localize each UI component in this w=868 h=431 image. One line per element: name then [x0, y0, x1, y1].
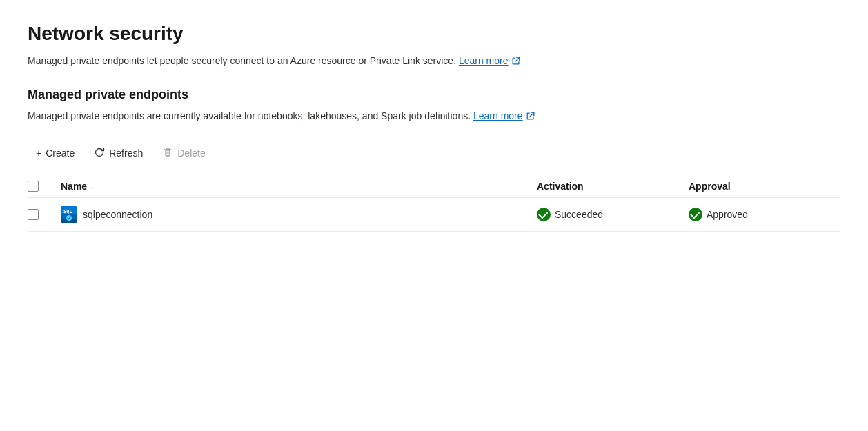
approval-status: Approved — [689, 208, 748, 221]
activation-column-label: Activation — [537, 181, 584, 192]
create-label: Create — [46, 148, 75, 159]
row-checkbox[interactable] — [28, 209, 39, 220]
row-checkbox-cell — [28, 209, 61, 220]
section-description: Managed private endpoints are currently … — [28, 109, 840, 123]
approval-status-text: Approved — [707, 209, 748, 220]
header-name: Name ↓ — [61, 181, 537, 192]
section-title: Managed private endpoints — [28, 88, 840, 102]
section-desc-text: Managed private endpoints are currently … — [28, 110, 471, 121]
create-button[interactable]: + Create — [28, 143, 83, 163]
learn-more-label-1: Learn more — [459, 54, 509, 68]
learn-more-link-1[interactable]: Learn more — [459, 54, 521, 68]
learn-more-link-2[interactable]: Learn more — [473, 109, 535, 123]
approval-check-icon — [689, 208, 702, 221]
header-activation: Activation — [537, 181, 689, 192]
table-header: Name ↓ Activation Approval — [28, 175, 840, 198]
table-row: SQL sqlpeconnection Succeeded Approved — [28, 198, 840, 232]
row-approval-cell: Approved — [689, 208, 840, 221]
activation-check-icon — [537, 208, 551, 221]
header-checkbox-cell — [28, 181, 61, 192]
learn-more-label-2: Learn more — [473, 109, 523, 123]
page-title: Network security — [28, 22, 840, 46]
activation-status-text: Succeeded — [555, 209, 603, 220]
data-table: Name ↓ Activation Approval SQL — [28, 175, 840, 232]
delete-label: Delete — [177, 148, 205, 159]
row-name: sqlpeconnection — [83, 209, 152, 220]
plus-icon: + — [36, 148, 41, 159]
delete-button[interactable]: Delete — [154, 143, 213, 164]
svg-rect-0 — [166, 150, 170, 156]
sort-icon[interactable]: ↓ — [90, 181, 94, 191]
select-all-checkbox[interactable] — [28, 181, 39, 192]
refresh-icon — [94, 147, 105, 160]
external-link-icon-1 — [511, 56, 521, 66]
refresh-button[interactable]: Refresh — [86, 143, 151, 164]
activation-status: Succeeded — [537, 208, 603, 221]
header-approval: Approval — [689, 181, 840, 192]
description-text: Managed private endpoints let people sec… — [28, 55, 456, 66]
refresh-label: Refresh — [109, 148, 143, 159]
name-column-label: Name — [61, 181, 87, 192]
external-link-icon-2 — [526, 111, 535, 121]
sql-icon: SQL — [61, 206, 77, 223]
page-description: Managed private endpoints let people sec… — [28, 54, 840, 68]
approval-column-label: Approval — [689, 181, 731, 192]
delete-icon — [162, 147, 173, 160]
svg-text:SQL: SQL — [63, 209, 72, 214]
row-activation-cell: Succeeded — [537, 208, 689, 221]
toolbar: + Create Refresh Delete — [28, 143, 840, 164]
row-name-cell: SQL sqlpeconnection — [61, 206, 537, 223]
